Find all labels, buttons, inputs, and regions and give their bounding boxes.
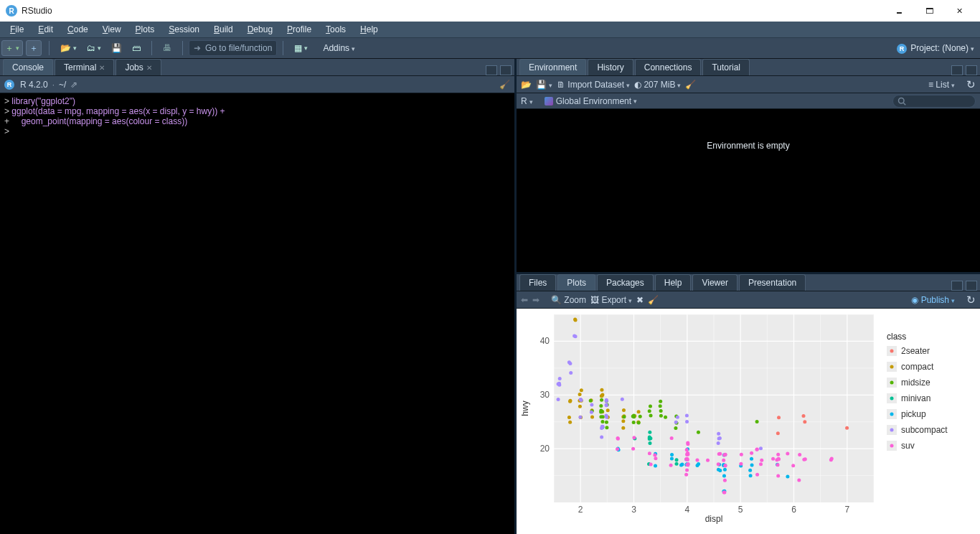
remove-plot-icon[interactable]: ✖ [636,295,644,305]
view-grid-button[interactable]: ▦▾ [291,40,311,56]
chart-point [750,451,753,455]
svg-text:7: 7 [844,505,849,515]
clear-console-icon[interactable]: 🧹 [499,80,510,90]
chart-point [670,453,674,456]
chart-point [632,414,636,418]
minimize-pane-icon[interactable] [951,281,963,291]
menu-debug[interactable]: Debug [240,23,280,36]
language-selector[interactable]: R▾ [521,96,533,106]
env-search-input[interactable] [892,95,976,108]
view-mode-button[interactable]: ≡ List▾ [928,80,955,90]
chart-point [777,416,781,419]
chart-point [659,404,662,408]
menu-build[interactable]: Build [207,23,240,36]
tab-environment[interactable]: Environment [519,59,586,75]
refresh-env-icon[interactable]: ↻ [966,78,976,91]
menu-edit[interactable]: Edit [31,23,60,36]
zoom-button[interactable]: 🔍 Zoom [551,295,586,305]
menu-plots[interactable]: Plots [128,23,162,36]
chart-point [771,457,775,461]
menu-code[interactable]: Code [60,23,95,36]
tab-packages[interactable]: Packages [597,274,654,291]
maximize-pane-icon[interactable] [966,65,977,75]
chart-point [621,419,625,423]
goto-file-function-input[interactable]: ➜Go to file/function [189,40,277,56]
load-workspace-icon[interactable]: 📂 [521,80,532,90]
tab-viewer[interactable]: Viewer [692,274,737,291]
tab-help[interactable]: Help [655,274,692,291]
chart-point [632,436,636,439]
chart-point [659,400,662,403]
new-project-button[interactable]: ＋ [26,40,42,56]
chart-point [759,462,763,466]
popout-icon[interactable]: ⇗ [70,80,77,90]
svg-text:3: 3 [631,505,636,515]
close-icon[interactable]: ✕ [99,64,105,72]
plot-back-icon[interactable]: ⬅ [521,295,528,305]
chart-point [600,394,604,398]
new-file-button[interactable]: ＋▾ [1,40,23,56]
open-file-button[interactable]: 📂▾ [57,40,80,56]
tab-tutorial[interactable]: Tutorial [702,59,750,75]
chart-point [649,404,652,408]
tab-connections[interactable]: Connections [635,59,702,75]
legend-item: suv [901,441,915,451]
menu-help[interactable]: Help [353,23,385,36]
tab-plots[interactable]: Plots [557,274,595,291]
save-all-button[interactable]: 🗃 [128,40,144,56]
plot-forward-icon[interactable]: ➡ [532,295,540,305]
minimize-pane-icon[interactable] [951,65,963,75]
chart-point [776,453,780,456]
clear-plots-icon[interactable]: 🧹 [648,295,659,305]
recent-files-button[interactable]: 🗂▾ [83,40,105,56]
minimize-pane-icon[interactable] [486,65,497,75]
export-button[interactable]: 🖼 Export▾ [590,295,632,305]
refresh-plot-icon[interactable]: ↻ [966,294,976,306]
chart-point [605,399,608,403]
maximize-pane-icon[interactable] [966,281,977,291]
chart-point [685,463,689,467]
save-workspace-icon[interactable]: 💾▾ [536,80,552,90]
window-minimize-button[interactable]: 🗕 [884,0,914,22]
menu-profile[interactable]: Profile [280,23,319,36]
tab-terminal[interactable]: Terminal✕ [55,59,114,75]
menu-view[interactable]: View [95,23,128,36]
tab-presentation[interactable]: Presentation [739,274,806,291]
chart-point [599,415,603,418]
chart-point [717,441,720,445]
memory-usage-button[interactable]: ◐ 207 MiB▾ [634,80,681,90]
chart-point [718,452,722,456]
menu-session[interactable]: Session [161,23,207,36]
chart-point [798,453,801,456]
close-icon[interactable]: ✕ [146,64,152,72]
project-menu[interactable]: R Project: (None)▾ [897,43,974,54]
svg-text:5: 5 [738,505,743,515]
menu-tools[interactable]: Tools [319,23,353,36]
chart-point [686,451,689,455]
clear-workspace-icon[interactable]: 🧹 [685,80,696,90]
tab-console[interactable]: Console [3,59,53,75]
chart-point [674,421,678,424]
console-output[interactable]: > library("ggplot2") > ggplot(data = mpg… [0,93,514,534]
chart-point [664,416,667,419]
addins-menu[interactable]: Addins▾ [323,43,355,53]
import-dataset-button[interactable]: 🗎 Import Dataset▾ [557,80,630,90]
tab-jobs[interactable]: Jobs✕ [116,59,161,75]
publish-button[interactable]: ◉ Publish▾ [911,295,955,305]
chart-point [791,464,795,467]
chart-point [599,409,603,413]
tab-history[interactable]: History [588,59,633,75]
y-axis-label: hwy [520,400,530,416]
window-close-button[interactable]: ✕ [944,0,974,22]
save-button[interactable]: 💾 [108,40,126,56]
tab-files[interactable]: Files [519,274,556,291]
menu-file[interactable]: File [3,23,31,36]
svg-text:2: 2 [578,505,583,515]
chart-point [803,420,806,423]
window-maximize-button[interactable]: 🗖 [914,0,944,22]
maximize-pane-icon[interactable] [500,65,512,75]
print-button[interactable]: 🖶 [159,40,175,56]
chart-point [760,459,763,462]
svg-text:20: 20 [540,444,550,454]
scope-selector[interactable]: Global Environment▾ [545,96,637,106]
